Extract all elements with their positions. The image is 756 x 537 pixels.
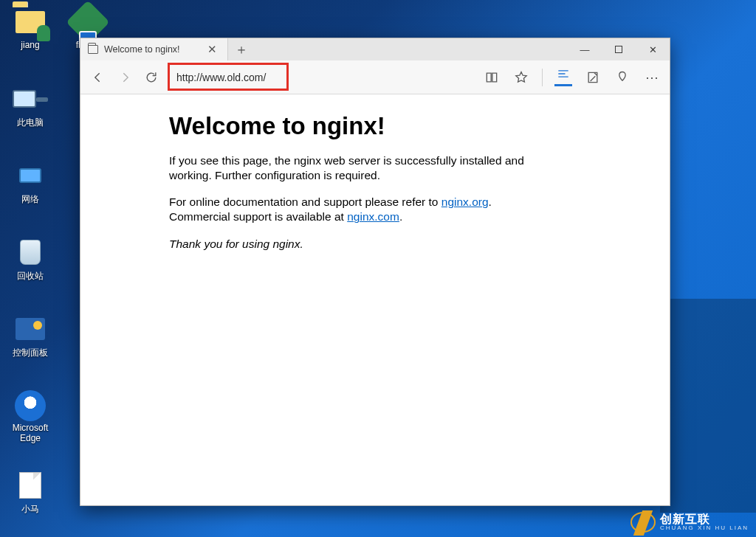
folder-user-icon [13, 6, 48, 38]
share-button[interactable] [614, 69, 631, 86]
text-run: Commercial support is available at [169, 210, 347, 223]
tab-close-button[interactable]: ✕ [204, 43, 220, 56]
text-run: Thank you for using nginx. [169, 238, 303, 250]
window-close-button[interactable]: ✕ [636, 38, 670, 60]
link-nginx-org[interactable]: nginx.org [441, 195, 489, 208]
toolbar-separator [542, 69, 543, 86]
page-favicon-icon [88, 45, 98, 54]
desktop-icon-label: Microsoft Edge [3, 423, 58, 444]
desktop-icon-label: 回收站 [3, 270, 58, 283]
page-content: Welcome to nginx! If you see this page, … [80, 94, 670, 505]
window-minimize-button[interactable]: — [568, 38, 602, 60]
desktop-icon-recycle-bin[interactable]: 回收站 [3, 236, 58, 283]
file-icon [13, 469, 48, 502]
refresh-icon [144, 70, 159, 85]
lines-icon [556, 66, 571, 81]
page-heading: Welcome to nginx! [169, 112, 646, 140]
desktop-icon-user-folder[interactable]: jiang [3, 6, 58, 50]
arrow-right-icon [117, 70, 132, 85]
desktop-icon-label: 此电脑 [3, 117, 58, 129]
maximize-icon [615, 46, 622, 53]
book-icon [484, 70, 499, 85]
network-icon [13, 159, 48, 192]
url-input[interactable] [173, 68, 288, 87]
watermark-line2: CHUANG XIN HU LIAN [660, 525, 749, 531]
text-run: . [489, 195, 492, 208]
back-button[interactable] [89, 69, 107, 86]
this-pc-icon [13, 83, 48, 115]
watermark: 创新互联 CHUANG XIN HU LIAN [630, 512, 749, 533]
refresh-button[interactable] [142, 69, 160, 86]
link-nginx-com[interactable]: nginx.com [347, 210, 399, 223]
desktop-icon-label: 小马 [3, 503, 58, 516]
desktop-icon-label: jiang [3, 40, 58, 50]
desktop-icon-control-panel[interactable]: 控制面板 [3, 313, 58, 359]
browser-toolbar: ⋯ [80, 60, 670, 94]
recycle-bin-icon [13, 236, 48, 268]
watermark-line1: 创新互联 [660, 513, 749, 525]
new-tab-button[interactable]: ＋ [228, 38, 255, 60]
arrow-left-icon [91, 70, 106, 85]
vertical-shadow [660, 299, 756, 513]
web-note-button[interactable] [584, 69, 602, 86]
note-icon [585, 70, 600, 85]
window-controls: — ✕ [568, 38, 670, 60]
desktop-icon-label: 网络 [3, 193, 58, 206]
hub-button[interactable] [554, 69, 572, 86]
desktop-icon-network[interactable]: 网络 [3, 159, 58, 206]
star-icon [514, 70, 529, 85]
window-maximize-button[interactable] [602, 38, 636, 60]
favorites-button[interactable] [512, 69, 530, 86]
minimize-icon: — [580, 44, 590, 55]
browser-tab-active[interactable]: Welcome to nginx! ✕ [80, 38, 228, 60]
more-button[interactable]: ⋯ [643, 69, 661, 86]
close-icon: ✕ [649, 44, 657, 55]
desktop-icon-edge[interactable]: Microsoft Edge [3, 389, 58, 444]
reading-view-button[interactable] [483, 69, 501, 86]
text-run: . [399, 210, 402, 223]
forward-button[interactable] [116, 69, 134, 86]
tab-strip: Welcome to nginx! ✕ ＋ — ✕ [80, 38, 670, 60]
desktop-icon-this-pc[interactable]: 此电脑 [3, 83, 58, 129]
text-run: For online documentation and support ple… [169, 195, 441, 208]
page-paragraph: If you see this page, the nginx web serv… [169, 153, 553, 183]
desktop-icon-label: 控制面板 [3, 347, 58, 359]
control-panel-icon [13, 313, 48, 345]
edge-icon [13, 389, 48, 422]
page-thanks: Thank you for using nginx. [169, 237, 553, 252]
desktop-icon-file[interactable]: 小马 [3, 469, 58, 516]
share-icon [615, 70, 630, 85]
watermark-logo-icon [630, 512, 656, 533]
edge-browser-window: Welcome to nginx! ✕ ＋ — ✕ [80, 38, 670, 506]
tab-title: Welcome to nginx! [104, 44, 180, 55]
page-paragraph: For online documentation and support ple… [169, 195, 553, 224]
address-bar[interactable] [173, 68, 288, 87]
forms-icon [70, 6, 106, 38]
